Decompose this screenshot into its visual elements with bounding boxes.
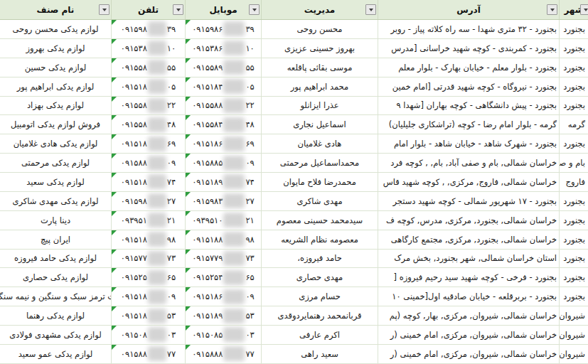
phone-cell[interactable]: ۰۹۱۵۳۸ ۱۰ xyxy=(112,39,186,58)
column-header-address[interactable]: آدرس xyxy=(378,0,560,19)
city-cell[interactable]: بجنورد xyxy=(560,77,588,96)
business-name-cell[interactable]: لوازم یدکی رهنما xyxy=(0,306,112,325)
mobile-cell[interactable]: ۰۹۱۵۹۸۳ ۲۷ xyxy=(186,192,262,210)
filter-dropdown-button[interactable] xyxy=(249,4,260,15)
phone-cell[interactable]: ۰۹۱۵۱۸ ۰۹ xyxy=(112,287,186,306)
manager-cell[interactable]: هادی غلامیان xyxy=(262,134,378,153)
manager-cell[interactable]: حسام مرزی xyxy=(262,287,378,306)
business-name-cell[interactable]: لوازم یدکی مهدی شاکری xyxy=(0,192,112,210)
business-name-cell[interactable]: لوازم یدکی مرحمتی xyxy=(0,154,112,172)
phone-cell[interactable]: ۰۹۱۵۵۸ ۵۵ xyxy=(112,58,186,77)
business-name-cell[interactable]: لنت ترمز سبک و سنگین و نیمه سنگین xyxy=(0,287,112,306)
phone-cell[interactable]: ۰۹۱۵۱۸ ۹۸ xyxy=(112,230,186,249)
address-cell[interactable]: گرمه - بلوار امام رضا - کوچه (تراشکاری ج… xyxy=(378,115,560,134)
city-cell[interactable]: بام و صفی آباد xyxy=(560,154,588,172)
business-name-cell[interactable]: لوازم یدکی عمو سعید xyxy=(0,345,112,363)
business-name-cell[interactable]: لوازم یدکی سعید xyxy=(0,173,112,191)
address-cell[interactable]: خراسان شمالی, شیروان, مرکزی, امام خمینی … xyxy=(378,345,560,363)
address-cell[interactable]: بجنورد - ۳۲ متری شهدا - سه راه کلاته پیا… xyxy=(378,20,560,38)
manager-cell[interactable]: مهدی شاکری xyxy=(262,192,378,210)
city-cell[interactable]: بجنورد xyxy=(560,58,588,77)
manager-cell[interactable]: بهروز حسینی عزیزی xyxy=(262,39,378,58)
mobile-cell[interactable]: ۰۹۱۵۱۸۹ ۷۴ xyxy=(186,173,262,191)
mobile-cell[interactable]: ۰۹۱۵۵۸۴ ۴۸ xyxy=(186,115,262,134)
manager-cell[interactable]: موسی بقائی پاقلعه xyxy=(262,58,378,77)
city-cell[interactable]: فاروج xyxy=(560,173,588,191)
column-header-manager[interactable]: مدیریت xyxy=(262,0,378,19)
business-name-cell[interactable]: دینا پارت xyxy=(0,211,112,230)
column-header-mobile[interactable]: موبایل xyxy=(186,0,262,19)
address-cell[interactable]: استان خراسان شمالی, شهر بجنورد, بخش مرک xyxy=(378,250,560,268)
column-header-tel[interactable]: تلفن xyxy=(112,0,186,19)
phone-cell[interactable]: ۰۹۱۵۵۸ ۲۲ xyxy=(112,97,186,115)
phone-cell[interactable]: ۰۹۱۵۷۷ ۷۳ xyxy=(112,250,186,268)
address-cell[interactable]: بجنورد - بلوار معلم - خیابان بهارک - بلو… xyxy=(378,58,560,77)
address-cell[interactable]: بجنورد - ۱۷ شهریور شمالی - کوچه شهید دست… xyxy=(378,192,560,210)
manager-cell[interactable]: سیدمحمد حسینی معصوم xyxy=(262,211,378,230)
city-cell[interactable]: بجنورد xyxy=(560,211,588,230)
manager-cell[interactable]: محسن روحی xyxy=(262,20,378,38)
manager-cell[interactable]: اسماعیل نجاری xyxy=(262,115,378,134)
column-header-city[interactable]: شهر xyxy=(560,0,588,19)
phone-cell[interactable]: ۰۹۱۵۲۵ ۶۵ xyxy=(112,268,186,287)
phone-cell[interactable]: ۰۹۱۵۱۸ ۷۴ xyxy=(112,173,186,191)
address-cell[interactable]: خراسان شمالی, شیروان, مرکزی, امام خمینی … xyxy=(378,326,560,344)
mobile-cell[interactable]: ۰۹۱۵۸۸۵ ۰۹ xyxy=(186,154,262,172)
phone-cell[interactable]: ۰۹۳۹۵۱ ۲۱ xyxy=(112,211,186,230)
city-cell[interactable]: بجنورد xyxy=(560,268,588,287)
mobile-cell[interactable]: ۰۹۱۵۰۸۵ ۰۳ xyxy=(186,326,262,344)
business-name-cell[interactable]: لوازم یدکی حصاری xyxy=(0,268,112,287)
address-cell[interactable]: خراسان شمالی, فاروج, مرکزی, , کوچه شهید … xyxy=(378,173,560,191)
phone-cell[interactable]: ۰۹۱۵۰۸ ۰۳ xyxy=(112,326,186,344)
mobile-cell[interactable]: ۰۹۳۹۵۱۰ ۲۱ xyxy=(186,211,262,230)
business-name-cell[interactable]: لوازم یدکی حامد فیروزه xyxy=(0,250,112,268)
city-cell[interactable]: بجنورد xyxy=(560,20,588,38)
city-cell[interactable]: بجنورد xyxy=(560,250,588,268)
manager-cell[interactable]: عذرا ایزانلو xyxy=(262,97,378,115)
manager-cell[interactable]: محمد ابراهیم پور xyxy=(262,77,378,96)
phone-cell[interactable]: ۰۹۱۵۵۸ ۴۸ xyxy=(112,115,186,134)
phone-cell[interactable]: ۰۹۱۵۸۸ ۷۷ xyxy=(112,345,186,363)
phone-cell[interactable]: ۰۹۱۵۱۸ ۰۵ xyxy=(112,77,186,96)
manager-cell[interactable]: محمدرضا فلاح مایوان xyxy=(262,173,378,191)
mobile-cell[interactable]: ۰۹۱۵۱۸۶ ۰۹ xyxy=(186,287,262,306)
address-cell[interactable]: بجنورد - فرخی - کوچه شهید سید رحیم فیروز… xyxy=(378,268,560,287)
city-cell[interactable]: گرمه xyxy=(560,115,588,134)
phone-cell[interactable]: ۰۹۱۵۹۸ ۲۷ xyxy=(112,192,186,210)
manager-cell[interactable]: مهدی حصاری xyxy=(262,268,378,287)
city-cell[interactable]: بجنورد xyxy=(560,97,588,115)
city-cell[interactable]: شیروان xyxy=(560,326,588,344)
city-cell[interactable]: بجنورد xyxy=(560,134,588,153)
address-cell[interactable]: بجنورد - پیش دانشگاهی - کوچه بهاران [شهد… xyxy=(378,97,560,115)
address-cell[interactable]: خراسان شمالی, بجنورد, مرکزی, مدرس, کوچه … xyxy=(378,211,560,230)
address-cell[interactable]: خراسان شمالی, بام و صفی آباد, بام, , کوچ… xyxy=(378,154,560,172)
city-cell[interactable]: بجنورد xyxy=(560,39,588,58)
address-cell[interactable]: بجنورد - بربرقلعه - خیابان صادقیه اول[خم… xyxy=(378,287,560,306)
business-name-cell[interactable]: لوازم یدکی بهروز xyxy=(0,39,112,58)
manager-cell[interactable]: قربانمحمد رهنمایردوقدی xyxy=(262,306,378,325)
mobile-cell[interactable]: ۰۹۱۵۹۸۶ ۳۹ xyxy=(186,20,262,38)
city-cell[interactable]: بجنورد xyxy=(560,230,588,249)
filter-dropdown-button[interactable] xyxy=(547,4,557,15)
manager-cell[interactable]: اکرم عارفی xyxy=(262,326,378,344)
business-name-cell[interactable]: لوازم یدکی هادی غلامیان xyxy=(0,134,112,153)
manager-cell[interactable]: محمداسماعیل مرحمتی xyxy=(262,154,378,172)
city-cell[interactable]: شیروان xyxy=(560,345,588,363)
column-header-name[interactable]: نام صنف xyxy=(0,0,112,19)
mobile-cell[interactable]: ۰۹۱۵۷۷۹ ۷۳ xyxy=(186,250,262,268)
business-name-cell[interactable]: لوازم یدکی حسین xyxy=(0,58,112,77)
business-name-cell[interactable]: لوازم یدکی مشهدی فولادی xyxy=(0,326,112,344)
city-cell[interactable]: بجنورد xyxy=(560,287,588,306)
mobile-cell[interactable]: ۰۹۱۵۸۸۸ ۷۷ xyxy=(186,345,262,363)
address-cell[interactable]: بجنورد - شهرک شاهد - خیابان شاهد - بلوار… xyxy=(378,134,560,153)
filter-dropdown-button[interactable] xyxy=(173,4,183,15)
mobile-cell[interactable]: ۰۹۱۵۱۸۴ ۰۵ xyxy=(186,77,262,96)
mobile-cell[interactable]: ۰۹۱۵۵۸۹ ۵۵ xyxy=(186,58,262,77)
business-name-cell[interactable]: فروش لوازم یدکی اتومبیل xyxy=(0,115,112,134)
business-name-cell[interactable]: لوازم یدکی ابراهیم پور xyxy=(0,77,112,96)
city-cell[interactable]: شیروان xyxy=(560,306,588,325)
phone-cell[interactable]: ۰۹۱۵۸۸ ۰۹ xyxy=(112,154,186,172)
manager-cell[interactable]: معصومه نظام الشریعه xyxy=(262,230,378,249)
phone-cell[interactable]: ۰۹۱۵۱۸ ۶۹ xyxy=(112,134,186,153)
city-cell[interactable]: بجنورد xyxy=(560,192,588,210)
